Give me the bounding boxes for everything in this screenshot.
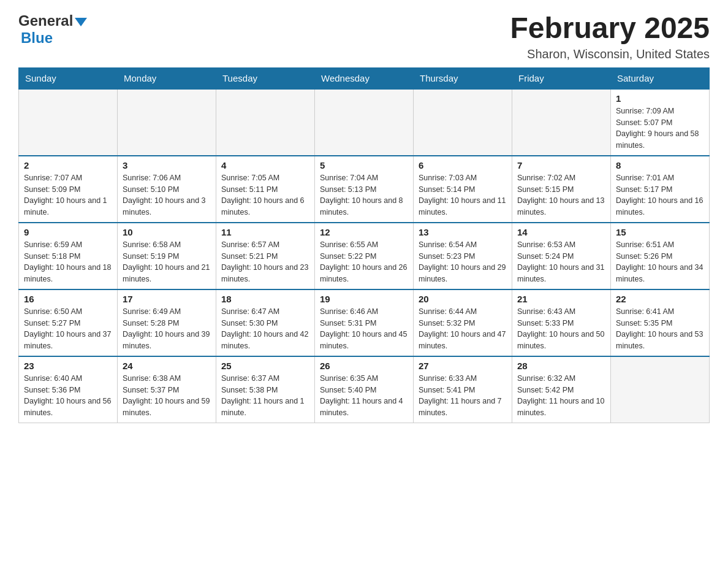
calendar-day-cell xyxy=(19,89,118,156)
calendar-day-header: Thursday xyxy=(414,67,512,89)
calendar-day-cell: 14Sunrise: 6:53 AMSunset: 5:24 PMDayligh… xyxy=(512,223,611,289)
calendar-day-cell: 1Sunrise: 7:09 AMSunset: 5:07 PMDaylight… xyxy=(611,89,710,156)
day-info-text: Sunset: 5:22 PM xyxy=(320,251,408,262)
day-info-text: Sunrise: 7:02 AM xyxy=(517,172,605,184)
calendar-day-cell: 12Sunrise: 6:55 AMSunset: 5:22 PMDayligh… xyxy=(315,223,414,289)
day-info-text: Daylight: 10 hours and 42 minutes. xyxy=(221,329,309,352)
day-info-text: Daylight: 11 hours and 7 minutes. xyxy=(419,396,507,419)
day-info-text: Sunset: 5:38 PM xyxy=(221,385,309,396)
calendar-day-cell: 15Sunrise: 6:51 AMSunset: 5:26 PMDayligh… xyxy=(611,223,710,289)
day-number: 12 xyxy=(320,227,408,237)
day-info-text: Daylight: 10 hours and 18 minutes. xyxy=(24,262,112,285)
day-info-text: Sunrise: 6:53 AM xyxy=(517,239,605,251)
day-info-text: Sunrise: 6:51 AM xyxy=(616,239,704,251)
day-info-text: Sunrise: 6:58 AM xyxy=(123,239,211,251)
day-info-text: Sunset: 5:10 PM xyxy=(123,184,211,196)
day-info-text: Sunset: 5:35 PM xyxy=(616,318,704,329)
calendar-week-row: 16Sunrise: 6:50 AMSunset: 5:27 PMDayligh… xyxy=(19,289,710,356)
day-number: 24 xyxy=(123,361,211,371)
calendar-day-cell: 11Sunrise: 6:57 AMSunset: 5:21 PMDayligh… xyxy=(216,223,315,289)
day-info-text: Sunrise: 6:37 AM xyxy=(221,373,309,385)
day-number: 18 xyxy=(221,294,309,304)
location: Sharon, Wisconsin, United States xyxy=(510,47,710,61)
day-info-text: Sunset: 5:40 PM xyxy=(320,385,408,396)
calendar-day-cell: 26Sunrise: 6:35 AMSunset: 5:40 PMDayligh… xyxy=(315,356,414,423)
page-header: General Blue February 2025 Sharon, Wisco… xyxy=(18,12,710,61)
day-info-text: Sunset: 5:09 PM xyxy=(24,184,112,196)
day-info-text: Daylight: 10 hours and 29 minutes. xyxy=(419,262,507,285)
calendar-day-cell: 22Sunrise: 6:41 AMSunset: 5:35 PMDayligh… xyxy=(611,289,710,356)
calendar-day-cell: 5Sunrise: 7:04 AMSunset: 5:13 PMDaylight… xyxy=(315,156,414,223)
day-info-text: Sunrise: 6:47 AM xyxy=(221,306,309,318)
day-info-text: Sunrise: 6:57 AM xyxy=(221,239,309,251)
day-number: 5 xyxy=(320,160,408,170)
day-info-text: Sunrise: 6:33 AM xyxy=(419,373,507,385)
day-info-text: Daylight: 10 hours and 6 minutes. xyxy=(221,195,309,218)
day-info-text: Sunset: 5:42 PM xyxy=(517,385,605,396)
calendar-day-cell: 20Sunrise: 6:44 AMSunset: 5:32 PMDayligh… xyxy=(414,289,512,356)
day-info-text: Daylight: 10 hours and 39 minutes. xyxy=(123,329,211,352)
day-info-text: Daylight: 10 hours and 11 minutes. xyxy=(419,195,507,218)
day-info-text: Sunrise: 6:38 AM xyxy=(123,373,211,385)
logo-general-text: General xyxy=(18,12,73,29)
calendar-day-cell xyxy=(216,89,315,156)
calendar-day-cell: 28Sunrise: 6:32 AMSunset: 5:42 PMDayligh… xyxy=(512,356,611,423)
day-info-text: Sunrise: 7:03 AM xyxy=(419,172,507,184)
logo-triangle-icon xyxy=(75,18,87,26)
day-info-text: Sunrise: 7:06 AM xyxy=(123,172,211,184)
calendar-day-cell: 17Sunrise: 6:49 AMSunset: 5:28 PMDayligh… xyxy=(118,289,216,356)
calendar-day-cell: 6Sunrise: 7:03 AMSunset: 5:14 PMDaylight… xyxy=(414,156,512,223)
day-number: 3 xyxy=(123,160,211,170)
day-number: 25 xyxy=(221,361,309,371)
day-number: 28 xyxy=(517,361,605,371)
day-info-text: Sunset: 5:37 PM xyxy=(123,385,211,396)
day-number: 14 xyxy=(517,227,605,237)
calendar-day-cell: 4Sunrise: 7:05 AMSunset: 5:11 PMDaylight… xyxy=(216,156,315,223)
day-info-text: Daylight: 10 hours and 53 minutes. xyxy=(616,329,704,352)
day-info-text: Sunset: 5:28 PM xyxy=(123,318,211,329)
day-number: 16 xyxy=(24,294,112,304)
calendar-day-cell: 18Sunrise: 6:47 AMSunset: 5:30 PMDayligh… xyxy=(216,289,315,356)
day-info-text: Sunset: 5:14 PM xyxy=(419,184,507,196)
calendar-day-cell xyxy=(512,89,611,156)
day-info-text: Daylight: 10 hours and 1 minute. xyxy=(24,195,112,218)
day-info-text: Sunrise: 6:49 AM xyxy=(123,306,211,318)
day-info-text: Sunrise: 6:50 AM xyxy=(24,306,112,318)
calendar-week-row: 2Sunrise: 7:07 AMSunset: 5:09 PMDaylight… xyxy=(19,156,710,223)
day-info-text: Daylight: 11 hours and 10 minutes. xyxy=(517,396,605,419)
day-info-text: Sunset: 5:24 PM xyxy=(517,251,605,262)
day-number: 23 xyxy=(24,361,112,371)
calendar-header-row: SundayMondayTuesdayWednesdayThursdayFrid… xyxy=(19,67,710,89)
day-info-text: Daylight: 10 hours and 13 minutes. xyxy=(517,195,605,218)
day-info-text: Sunset: 5:17 PM xyxy=(616,184,704,196)
day-number: 13 xyxy=(419,227,507,237)
day-info-text: Sunset: 5:41 PM xyxy=(419,385,507,396)
calendar-table: SundayMondayTuesdayWednesdayThursdayFrid… xyxy=(18,67,710,423)
title-area: February 2025 Sharon, Wisconsin, United … xyxy=(510,12,710,61)
day-number: 7 xyxy=(517,160,605,170)
day-number: 22 xyxy=(616,294,704,304)
day-info-text: Daylight: 10 hours and 3 minutes. xyxy=(123,195,211,218)
day-info-text: Sunrise: 7:01 AM xyxy=(616,172,704,184)
day-info-text: Sunset: 5:30 PM xyxy=(221,318,309,329)
day-info-text: Sunrise: 7:04 AM xyxy=(320,172,408,184)
day-info-text: Sunrise: 6:59 AM xyxy=(24,239,112,251)
day-info-text: Daylight: 10 hours and 8 minutes. xyxy=(320,195,408,218)
day-info-text: Daylight: 10 hours and 26 minutes. xyxy=(320,262,408,285)
day-info-text: Sunrise: 6:55 AM xyxy=(320,239,408,251)
day-number: 8 xyxy=(616,160,704,170)
day-number: 6 xyxy=(419,160,507,170)
day-info-text: Sunset: 5:33 PM xyxy=(517,318,605,329)
day-info-text: Daylight: 11 hours and 1 minute. xyxy=(221,396,309,419)
day-info-text: Sunrise: 6:54 AM xyxy=(419,239,507,251)
day-info-text: Sunrise: 6:35 AM xyxy=(320,373,408,385)
day-info-text: Sunset: 5:27 PM xyxy=(24,318,112,329)
calendar-day-header: Tuesday xyxy=(216,67,315,89)
day-info-text: Sunset: 5:18 PM xyxy=(24,251,112,262)
day-info-text: Sunrise: 7:07 AM xyxy=(24,172,112,184)
day-info-text: Sunrise: 7:05 AM xyxy=(221,172,309,184)
logo: General Blue xyxy=(18,12,87,47)
calendar-day-cell: 24Sunrise: 6:38 AMSunset: 5:37 PMDayligh… xyxy=(118,356,216,423)
calendar-day-cell xyxy=(414,89,512,156)
day-number: 4 xyxy=(221,160,309,170)
